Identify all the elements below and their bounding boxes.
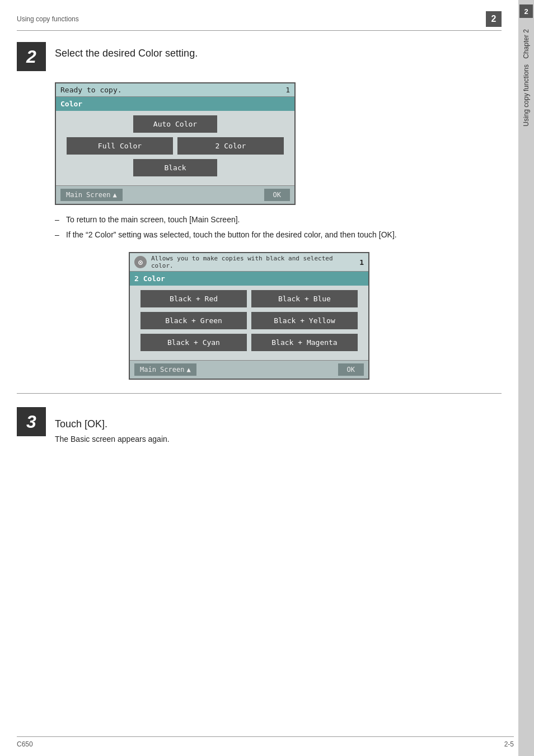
screen1-row1: Auto Color <box>60 115 290 133</box>
side-label: Using copy functions <box>522 64 530 127</box>
bottom-footer: C650 2-5 <box>17 736 514 748</box>
footer-right: 2-5 <box>504 740 514 748</box>
screen2-title-bar: 2 Color <box>130 272 368 286</box>
step3-section: 3 Touch [OK]. The Basic screen appears a… <box>17 407 502 444</box>
black-green-button[interactable]: Black + Green <box>140 312 247 329</box>
step2-number: 2 <box>17 42 46 71</box>
two-color-button[interactable]: 2 Color <box>177 137 284 155</box>
screen2-info-num: 1 <box>359 258 364 267</box>
screen1-body: Auto Color Full Color 2 Color Black <box>56 111 294 185</box>
step3-description: The Basic screen appears again. <box>55 435 170 444</box>
screen1-main-screen-label: Main Screen <box>66 191 110 199</box>
screen2-arrow-icon: ▲ <box>186 366 190 374</box>
chapter-label: Chapter 2 <box>522 29 530 59</box>
screen1-row3: Black <box>60 159 290 176</box>
bullet-list: To return to the main screen, touch [Mai… <box>55 214 502 241</box>
info-icon: ⊙ <box>134 256 147 268</box>
bullet-item-2: If the “2 Color” setting was selected, t… <box>55 229 502 241</box>
screen1-footer: Main Screen ▲ OK <box>56 185 294 204</box>
screen2-ok-button[interactable]: OK <box>338 363 364 376</box>
screen2-body: Black + Red Black + Blue Black + Green B… <box>130 286 368 360</box>
screen1-status-bar: Ready to copy. 1 <box>56 83 294 97</box>
bullet-item-1: To return to the main screen, touch [Mai… <box>55 214 502 226</box>
chapter-badge: 2 <box>519 4 533 18</box>
screen2-row2: Black + Green Black + Yellow <box>134 312 364 329</box>
screen1-status-num: 1 <box>285 86 290 94</box>
screen1-title-bar: Color <box>56 97 294 111</box>
black-magenta-button[interactable]: Black + Magenta <box>251 334 358 351</box>
black-button[interactable]: Black <box>133 159 217 176</box>
full-color-button[interactable]: Full Color <box>67 137 173 155</box>
black-red-button[interactable]: Black + Red <box>140 290 247 307</box>
screen2-row1: Black + Red Black + Blue <box>134 290 364 307</box>
step3-number: 3 <box>17 407 46 436</box>
step3-title: Touch [OK]. <box>55 413 170 430</box>
main-content: Using copy functions 2 2 Select the desi… <box>0 0 518 756</box>
black-yellow-button[interactable]: Black + Yellow <box>251 312 358 329</box>
chapter-number-badge: 2 <box>486 11 502 27</box>
screen2-info-bar: ⊙ Allows you to make copies with black a… <box>130 253 368 272</box>
auto-color-button[interactable]: Auto Color <box>133 115 217 133</box>
section-divider <box>17 393 502 394</box>
black-cyan-button[interactable]: Black + Cyan <box>140 334 247 351</box>
screen2-row3: Black + Cyan Black + Magenta <box>134 334 364 351</box>
screen1-arrow-icon: ▲ <box>113 191 116 199</box>
step2-title: Select the desired Color setting. <box>55 42 198 59</box>
screen1-row2: Full Color 2 Color <box>60 137 290 155</box>
black-blue-button[interactable]: Black + Blue <box>251 290 358 307</box>
screen1-status-text: Ready to copy. <box>60 86 122 94</box>
screen2-mockup: ⊙ Allows you to make copies with black a… <box>129 252 369 380</box>
screen2-main-screen-label: Main Screen <box>140 366 184 374</box>
section-label: Using copy functions <box>17 15 79 23</box>
top-header: Using copy functions 2 <box>17 11 502 31</box>
screen1-mockup: Ready to copy. 1 Color Auto Color Full C… <box>55 82 296 205</box>
screen1-ok-button[interactable]: OK <box>264 189 290 201</box>
screen2-main-screen-button[interactable]: Main Screen ▲ <box>134 363 196 376</box>
step2-section: 2 Select the desired Color setting. <box>17 42 502 71</box>
screen2-info-text: Allows you to make copies with black and… <box>151 255 355 269</box>
side-tab: 2 Chapter 2 Using copy functions <box>518 0 534 756</box>
screen1-main-screen-button[interactable]: Main Screen ▲ <box>60 189 123 201</box>
screen2-footer: Main Screen ▲ OK <box>130 360 368 379</box>
footer-left: C650 <box>17 740 33 748</box>
